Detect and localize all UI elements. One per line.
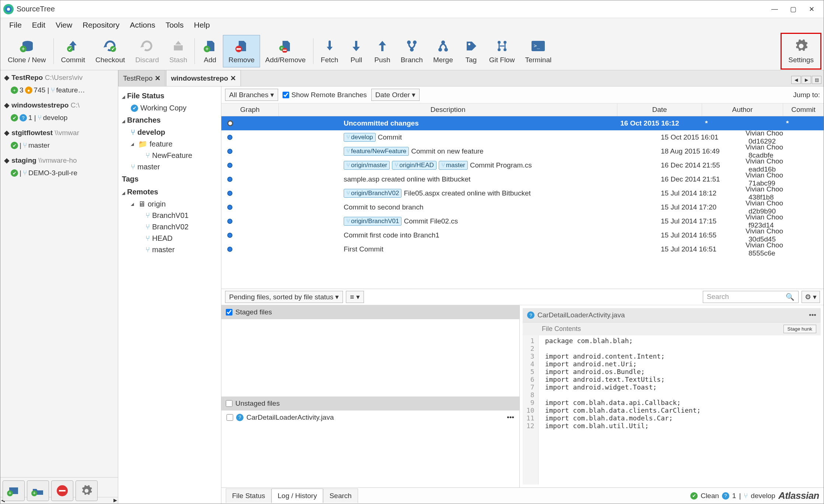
file-contents-label: File Contents	[542, 325, 581, 333]
chevron-down-icon: ▾	[412, 91, 415, 99]
tab-file-status[interactable]: File Status	[226, 489, 271, 503]
col-commit[interactable]: Commit	[783, 103, 824, 116]
section-file-status[interactable]: File Status	[120, 89, 219, 102]
toolbar: +Clone / New✔Commit✔CheckoutDiscardStash…	[0, 32, 824, 70]
remote-head[interactable]: ⑂HEAD	[120, 233, 219, 244]
toolbar-commit[interactable]: ✔Commit	[56, 35, 90, 67]
commit-row[interactable]: sample.asp created online with Bitbucket…	[221, 172, 824, 186]
commit-table-header: Graph Description Date Author Commit	[221, 103, 824, 116]
tab-nav-next[interactable]: ▶	[802, 76, 811, 84]
menu-edit[interactable]: Edit	[28, 19, 50, 31]
stage-hunk-button[interactable]: Stage hunk	[783, 325, 816, 333]
tab-nav-prev[interactable]: ◀	[791, 76, 801, 84]
sidebar-working-copy[interactable]: ✔Working Copy	[120, 102, 219, 114]
repo-tab[interactable]: windowstestrepo ✕	[166, 70, 241, 86]
commit-row[interactable]: Commit to second branch15 Jul 2014 17:20…	[221, 200, 824, 214]
commit-row[interactable]: Commit first code into Branch115 Jul 201…	[221, 228, 824, 242]
toolbar-addremove[interactable]: +Add/Remove	[260, 35, 311, 67]
chevron-down-icon: ▾	[270, 91, 274, 99]
repo-item[interactable]: ◆ windowstestrepo C:\	[0, 98, 118, 112]
branch-master[interactable]: ⑂master	[120, 161, 219, 173]
repo-icon: ◆	[4, 156, 11, 164]
branch-filter-dropdown[interactable]: All Branches ▾	[225, 89, 278, 101]
svg-point-25	[413, 40, 417, 44]
commit-row[interactable]: ⑂origin/master⑂origin/HEAD⑂masterCommit …	[221, 158, 824, 172]
more-icon[interactable]: •••	[507, 413, 514, 422]
commit-row[interactable]: ⑂origin/BranchV01Commit File02.cs15 Jul …	[221, 214, 824, 228]
remote-branch-v01[interactable]: ⑂BranchV01	[120, 210, 219, 221]
toolbar-pull[interactable]: Pull	[343, 35, 369, 67]
toolbar-tag[interactable]: Tag	[458, 35, 484, 67]
remote-origin[interactable]: 🖥origin	[120, 198, 219, 210]
toolbar-merge[interactable]: Merge	[428, 35, 458, 67]
toolbar-remove[interactable]: Remove	[223, 35, 260, 67]
more-icon[interactable]: •••	[809, 311, 816, 319]
col-author[interactable]: Author	[702, 103, 783, 116]
remote-branch-v02[interactable]: ⑂BranchV02	[120, 221, 219, 233]
col-date[interactable]: Date	[617, 103, 702, 116]
branch-folder-feature[interactable]: 📁feature	[120, 138, 219, 150]
code-lines[interactable]: package com.blah.blah; import android.co…	[539, 335, 708, 484]
order-dropdown[interactable]: Date Order ▾	[371, 89, 420, 101]
tab-nav-list[interactable]: ▤	[812, 76, 821, 84]
search-icon: 🔍	[786, 293, 795, 301]
pending-files-dropdown[interactable]: Pending files, sorted by file status ▾	[225, 291, 343, 303]
view-mode-dropdown[interactable]: ≡ ▾	[346, 291, 364, 303]
unstaged-section[interactable]: Unstaged files	[221, 396, 519, 410]
toolbar-discard[interactable]: Discard	[130, 35, 164, 67]
maximize-button[interactable]: ▢	[784, 0, 802, 18]
section-branches[interactable]: Branches	[120, 114, 219, 127]
toolbar-push[interactable]: Push	[369, 35, 395, 67]
file-row[interactable]: ? CarDetailLoaderActivity.java •••	[221, 410, 519, 424]
close-button[interactable]: ✕	[802, 0, 821, 18]
menu-view[interactable]: View	[51, 19, 77, 31]
minimize-button[interactable]: —	[765, 0, 784, 18]
toolbar-gitflow[interactable]: Git Flow	[484, 35, 520, 67]
branch-newfeature[interactable]: ⑂NewFeature	[120, 150, 219, 161]
menu-actions[interactable]: Actions	[126, 19, 160, 31]
menu-repository[interactable]: Repository	[78, 19, 124, 31]
commit-row[interactable]: ⑂developCommit15 Oct 2015 16:01Vivian Ch…	[221, 130, 824, 144]
commit-row[interactable]: ⑂feature/NewFeatureCommit on new feature…	[221, 144, 824, 158]
remove-repo-button[interactable]	[51, 480, 73, 501]
toolbar-checkout[interactable]: ✔Checkout	[90, 35, 130, 67]
show-remote-checkbox[interactable]: Show Remote Branches	[283, 91, 367, 99]
repo-item[interactable]: ◆ stgitflowtest \\vmwar	[0, 126, 118, 140]
remote-master[interactable]: ⑂master	[120, 244, 219, 255]
repo-item[interactable]: ◆ TestRepo C:\Users\viv	[0, 70, 118, 85]
toolbar-add[interactable]: +Add	[197, 35, 223, 67]
svg-point-26	[410, 48, 414, 52]
diff-filename: CarDetailLoaderActivity.java	[537, 311, 625, 319]
gear-icon: ⚙	[805, 293, 811, 301]
toolbar-clone[interactable]: +Clone / New	[3, 35, 51, 67]
toolbar-settings[interactable]: Settings	[783, 35, 819, 67]
repo-settings-button[interactable]	[76, 480, 98, 501]
staged-section[interactable]: Staged files	[221, 305, 519, 319]
menu-help[interactable]: Help	[189, 19, 214, 31]
close-icon[interactable]: ✕	[230, 74, 236, 82]
repo-item[interactable]: ◆ staging \\vmware-ho	[0, 153, 118, 168]
section-remotes[interactable]: Remotes	[120, 186, 219, 198]
commit-row[interactable]: Uncommitted changes16 Oct 2015 16:12**	[221, 116, 824, 130]
add-repo-button[interactable]: +	[3, 480, 25, 501]
close-icon[interactable]: ✕	[155, 74, 161, 82]
menu-file[interactable]: File	[5, 19, 26, 31]
toolbar-terminal[interactable]: >_Terminal	[520, 35, 557, 67]
repo-tab[interactable]: TestRepo ✕	[118, 70, 165, 86]
col-graph[interactable]: Graph	[221, 103, 279, 116]
add-folder-button[interactable]: +	[27, 480, 49, 501]
detail-settings-button[interactable]: ⚙ ▾	[802, 291, 820, 303]
repo-status: ✔ | ⑂DEMO-3-pull-re	[0, 168, 118, 181]
col-description[interactable]: Description	[279, 103, 617, 116]
tab-log-history[interactable]: Log / History	[271, 489, 323, 503]
tab-search[interactable]: Search	[323, 489, 358, 503]
section-tags[interactable]: Tags	[120, 173, 219, 186]
toolbar-branch[interactable]: Branch	[396, 35, 428, 67]
toolbar-stash[interactable]: Stash	[164, 35, 193, 67]
menu-tools[interactable]: Tools	[161, 19, 188, 31]
commit-row[interactable]: ⑂origin/BranchV02File05.aspx created onl…	[221, 186, 824, 200]
search-input[interactable]: Search🔍	[703, 291, 799, 303]
toolbar-fetch[interactable]: Fetch	[316, 35, 344, 67]
commit-row[interactable]: First Commit15 Jul 2014 16:51Vivian Choo…	[221, 242, 824, 256]
branch-develop[interactable]: ⑂develop	[120, 127, 219, 138]
